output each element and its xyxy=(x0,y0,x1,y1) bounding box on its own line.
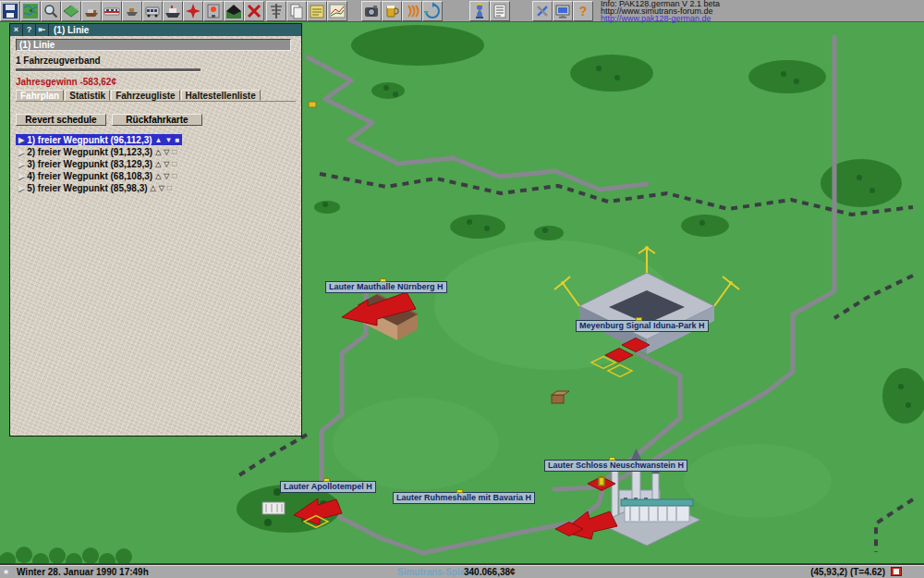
tab-bar: Fahrplan Statistik Fahrzeugliste Haltest… xyxy=(16,90,296,102)
window-title: (1) Linie xyxy=(54,25,89,35)
waypoint-list: ▶ 1) freier Wegpunkt (96,112,3) ▲ ▼ ■ ▶ … xyxy=(16,134,296,193)
delete-entry-icon[interactable]: □ xyxy=(167,184,172,192)
tab-fahrplan[interactable]: Fahrplan xyxy=(16,90,64,101)
move-down-icon[interactable]: ▼ xyxy=(165,136,173,144)
tool-rotate-view[interactable] xyxy=(422,1,443,21)
train-icon xyxy=(103,2,121,20)
waypoint-text: 1) freier Wegpunkt (96,112,3) xyxy=(27,135,152,145)
toolbar-spacer xyxy=(347,0,361,20)
window-help-icon[interactable]: ? xyxy=(23,24,36,36)
profit-text: Jahresgewinn -583,62¢ xyxy=(16,77,296,87)
waypoint-text: 3) freier Wegpunkt (83,129,3) xyxy=(27,159,152,169)
tool-screenshot[interactable] xyxy=(361,1,382,21)
close-icon[interactable]: × xyxy=(10,24,23,36)
station-label-mauthalle[interactable]: Lauter Mauthalle Nürnberg H xyxy=(325,281,447,293)
play-arrow-icon: ▶ xyxy=(18,160,24,168)
tool-finance-chart[interactable] xyxy=(327,1,347,21)
station-label-ruhmeshalle[interactable]: Lauter Ruhmeshalle mit Bavaria H xyxy=(393,492,535,504)
revert-schedule-button[interactable]: Revert schedule xyxy=(16,114,106,126)
tool-depot[interactable] xyxy=(224,1,244,21)
move-up-icon[interactable]: △ xyxy=(151,184,156,192)
tool-boats[interactable] xyxy=(122,1,142,21)
tool-query[interactable] xyxy=(41,1,61,21)
move-up-icon[interactable]: ▲ xyxy=(155,136,163,144)
season-snowflake-icon: * xyxy=(4,567,8,578)
tab-haltestellenliste[interactable]: Haltestellenliste xyxy=(181,90,261,101)
move-up-icon[interactable]: △ xyxy=(155,160,161,168)
station-label-apollotempel[interactable]: Lauter Apollotempel H xyxy=(280,481,376,493)
tool-railways[interactable] xyxy=(102,1,122,21)
window-titlebar[interactable]: × ? ⇤ (1) Linie xyxy=(10,24,301,36)
move-down-icon[interactable]: ▽ xyxy=(164,148,169,156)
remove-x-icon xyxy=(245,2,263,20)
label-tick xyxy=(323,478,330,482)
tool-fast-forward[interactable] xyxy=(402,1,422,21)
tool-powerline[interactable] xyxy=(266,1,286,21)
line-name-input[interactable]: (1) Linie xyxy=(16,39,291,51)
camera-icon xyxy=(362,2,381,20)
tool-display-options[interactable] xyxy=(553,1,573,21)
play-arrow-icon: ▶ xyxy=(18,136,24,144)
delete-entry-icon[interactable]: □ xyxy=(172,148,176,156)
label-tick xyxy=(636,317,642,321)
return-ticket-button[interactable]: Rückfahrkarte xyxy=(112,114,202,126)
tool-pause[interactable] xyxy=(382,1,402,21)
delete-entry-icon[interactable]: □ xyxy=(172,172,176,180)
waypoint-text: 5) freier Wegpunkt (85,98,3) xyxy=(27,183,147,193)
magnifier-icon xyxy=(42,2,60,20)
station-label-iduna-park[interactable]: Meyenburg Signal Iduna-Park H xyxy=(576,320,709,332)
waypoint-row-3[interactable]: ▶ 3) freier Wegpunkt (83,129,3) △ ▽ □ xyxy=(16,158,179,169)
tool-waterways[interactable] xyxy=(81,1,102,21)
note-icon xyxy=(308,2,326,20)
tool-help[interactable]: ? xyxy=(573,1,593,21)
move-down-icon[interactable]: ▽ xyxy=(164,160,169,168)
waypoint-row-2[interactable]: ▶ 2) freier Wegpunkt (91,123,3) △ ▽ □ xyxy=(16,146,179,157)
tool-harbour[interactable] xyxy=(163,1,183,21)
top-toolbar: ? Info: PAK128.german V 2.1 beta http://… xyxy=(0,0,924,22)
tool-minimap[interactable] xyxy=(20,1,41,21)
waypoint-row-4[interactable]: ▶ 4) freier Wegpunkt (68,108,3) △ ▽ □ xyxy=(16,170,179,181)
label-tick xyxy=(380,278,386,282)
beer-mug-icon xyxy=(383,2,401,20)
pawn-icon xyxy=(470,2,489,20)
tab-statistik[interactable]: Statistik xyxy=(65,90,110,101)
question-icon: ? xyxy=(574,2,592,20)
small-building xyxy=(309,102,316,107)
game-date: Winter 28. Januar 1990 17:49h xyxy=(17,567,149,577)
play-arrow-icon: ▶ xyxy=(18,172,24,180)
depot-icon xyxy=(225,2,243,20)
schedule-button-row: Revert schedule Rückfahrkarte xyxy=(16,114,296,126)
delete-entry-icon[interactable]: ■ xyxy=(175,136,179,144)
move-up-icon[interactable]: △ xyxy=(155,172,161,180)
tool-signals[interactable] xyxy=(203,1,224,21)
pin-icon[interactable]: ⇤ xyxy=(36,24,49,36)
station-label-neuschwanstein[interactable]: Lauter Schloss Neuschwanstein H xyxy=(544,460,687,472)
tab-fahrzeugliste[interactable]: Fahrzeugliste xyxy=(111,90,179,101)
tool-line-list[interactable] xyxy=(490,1,510,21)
convoy-count-text: 1 Fahrzeugverband xyxy=(16,55,296,66)
tool-terrain[interactable] xyxy=(61,1,81,21)
move-up-icon[interactable]: △ xyxy=(155,148,161,156)
status-bar: * Winter 28. Januar 1990 17:49h Simutran… xyxy=(0,565,924,578)
tool-save[interactable] xyxy=(0,1,20,21)
tool-roads[interactable] xyxy=(142,1,163,21)
tool-copy[interactable] xyxy=(286,1,307,21)
pak-info-link[interactable]: http://www.pak128-german.de xyxy=(601,15,720,22)
tool-schedule-note[interactable] xyxy=(307,1,327,21)
bus-icon xyxy=(143,2,162,20)
tool-settings[interactable] xyxy=(532,1,553,21)
airplane-icon xyxy=(184,2,202,20)
move-down-icon[interactable]: ▽ xyxy=(164,172,169,180)
tool-airport[interactable] xyxy=(183,1,203,21)
move-down-icon[interactable]: ▽ xyxy=(159,184,164,192)
tool-remove[interactable] xyxy=(244,1,264,21)
cash-amount: 340.066,38¢ xyxy=(464,567,516,577)
delete-entry-icon[interactable]: □ xyxy=(172,160,176,168)
play-arrow-icon: ▶ xyxy=(18,148,24,156)
waypoint-row-5[interactable]: ▶ 5) freier Wegpunkt (85,98,3) △ ▽ □ xyxy=(16,182,175,193)
waypoint-row-1[interactable]: ▶ 1) freier Wegpunkt (96,112,3) ▲ ▼ ■ xyxy=(16,134,182,145)
chart-icon xyxy=(328,2,346,20)
list-icon xyxy=(491,2,509,20)
tool-players[interactable] xyxy=(469,1,490,21)
timeline-warning-icon[interactable] xyxy=(891,567,902,576)
